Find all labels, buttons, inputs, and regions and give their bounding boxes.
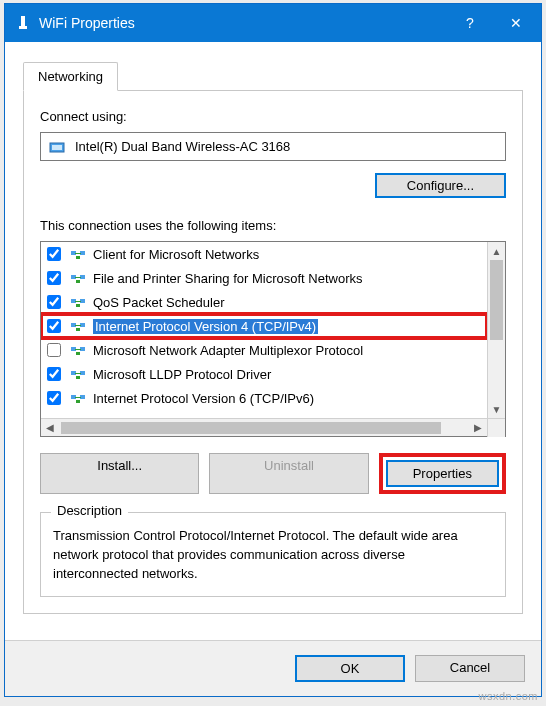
svg-rect-31 bbox=[76, 400, 80, 403]
description-text: Transmission Control Protocol/Internet P… bbox=[53, 527, 493, 584]
item-checkbox[interactable] bbox=[47, 319, 61, 333]
item-checkbox[interactable] bbox=[47, 271, 61, 285]
svg-rect-19 bbox=[76, 328, 80, 331]
install-button[interactable]: Install... bbox=[40, 453, 199, 494]
item-checkbox[interactable] bbox=[47, 367, 61, 381]
network-component-icon bbox=[69, 295, 87, 309]
item-label: Microsoft Network Adapter Multiplexor Pr… bbox=[93, 343, 363, 358]
svg-rect-15 bbox=[76, 304, 80, 307]
network-component-icon bbox=[69, 247, 87, 261]
svg-rect-18 bbox=[75, 325, 81, 326]
item-label: File and Printer Sharing for Microsoft N… bbox=[93, 271, 362, 286]
network-component-icon bbox=[69, 271, 87, 285]
description-title: Description bbox=[51, 503, 128, 518]
items-label: This connection uses the following items… bbox=[40, 218, 506, 233]
horizontal-scrollbar[interactable]: ◀ ▶ bbox=[41, 418, 505, 436]
properties-button[interactable]: Properties bbox=[386, 460, 499, 487]
svg-rect-1 bbox=[19, 26, 27, 29]
scroll-right-icon[interactable]: ▶ bbox=[469, 422, 487, 433]
description-group: Description Transmission Control Protoco… bbox=[40, 512, 506, 597]
svg-rect-3 bbox=[52, 145, 62, 150]
svg-rect-26 bbox=[75, 373, 81, 374]
svg-rect-10 bbox=[75, 277, 81, 278]
item-checkbox[interactable] bbox=[47, 343, 61, 357]
item-checkbox[interactable] bbox=[47, 295, 61, 309]
client-area: Networking Connect using: Intel(R) Dual … bbox=[5, 42, 541, 640]
scroll-down-icon[interactable]: ▼ bbox=[488, 400, 505, 418]
item-label: Internet Protocol Version 6 (TCP/IPv6) bbox=[93, 391, 314, 406]
svg-rect-30 bbox=[75, 397, 81, 398]
network-component-icon bbox=[69, 391, 87, 405]
tab-networking[interactable]: Networking bbox=[23, 62, 118, 91]
list-item[interactable]: File and Printer Sharing for Microsoft N… bbox=[41, 266, 487, 290]
network-component-icon bbox=[69, 319, 87, 333]
list-item[interactable]: Internet Protocol Version 6 (TCP/IPv6) bbox=[41, 386, 487, 410]
item-label: Client for Microsoft Networks bbox=[93, 247, 259, 262]
scroll-left-icon[interactable]: ◀ bbox=[41, 422, 59, 433]
uninstall-button: Uninstall bbox=[209, 453, 368, 494]
svg-rect-11 bbox=[76, 280, 80, 283]
watermark: wsxdn.com bbox=[478, 690, 538, 702]
ok-button[interactable]: OK bbox=[295, 655, 405, 682]
titlebar: WiFi Properties ? ✕ bbox=[5, 4, 541, 42]
svg-rect-7 bbox=[76, 256, 80, 259]
wifi-properties-dialog: WiFi Properties ? ✕ Networking Connect u… bbox=[4, 3, 542, 697]
scroll-up-icon[interactable]: ▲ bbox=[488, 242, 505, 260]
networking-panel: Connect using: Intel(R) Dual Band Wirele… bbox=[23, 90, 523, 614]
list-item[interactable]: Internet Protocol Version 4 (TCP/IPv4) bbox=[41, 314, 487, 338]
connect-using-label: Connect using: bbox=[40, 109, 506, 124]
list-item[interactable]: Client for Microsoft Networks bbox=[41, 242, 487, 266]
wifi-icon bbox=[15, 14, 31, 33]
adapter-field: Intel(R) Dual Band Wireless-AC 3168 bbox=[40, 132, 506, 161]
items-listbox[interactable]: Client for Microsoft NetworksFile and Pr… bbox=[40, 241, 506, 437]
close-button[interactable]: ✕ bbox=[493, 4, 539, 42]
adapter-name: Intel(R) Dual Band Wireless-AC 3168 bbox=[75, 139, 290, 154]
item-label: QoS Packet Scheduler bbox=[93, 295, 225, 310]
svg-rect-6 bbox=[75, 253, 81, 254]
item-checkbox[interactable] bbox=[47, 247, 61, 261]
item-label: Internet Protocol Version 4 (TCP/IPv4) bbox=[93, 319, 318, 334]
window-title: WiFi Properties bbox=[39, 15, 447, 31]
properties-highlight: Properties bbox=[379, 453, 506, 494]
configure-button[interactable]: Configure... bbox=[375, 173, 506, 198]
list-item[interactable]: Microsoft LLDP Protocol Driver bbox=[41, 362, 487, 386]
list-item[interactable]: QoS Packet Scheduler bbox=[41, 290, 487, 314]
network-component-icon bbox=[69, 367, 87, 381]
scroll-thumb[interactable] bbox=[490, 260, 503, 340]
list-item[interactable]: Microsoft Network Adapter Multiplexor Pr… bbox=[41, 338, 487, 362]
cancel-button[interactable]: Cancel bbox=[415, 655, 525, 682]
network-component-icon bbox=[69, 343, 87, 357]
help-button[interactable]: ? bbox=[447, 4, 493, 42]
hscroll-thumb[interactable] bbox=[61, 422, 441, 434]
vertical-scrollbar[interactable]: ▲ ▼ bbox=[487, 242, 505, 418]
dialog-footer: OK Cancel bbox=[5, 640, 541, 696]
svg-rect-27 bbox=[76, 376, 80, 379]
item-label: Microsoft LLDP Protocol Driver bbox=[93, 367, 271, 382]
svg-rect-22 bbox=[75, 349, 81, 350]
nic-icon bbox=[49, 140, 67, 154]
svg-rect-23 bbox=[76, 352, 80, 355]
svg-rect-14 bbox=[75, 301, 81, 302]
item-checkbox[interactable] bbox=[47, 391, 61, 405]
